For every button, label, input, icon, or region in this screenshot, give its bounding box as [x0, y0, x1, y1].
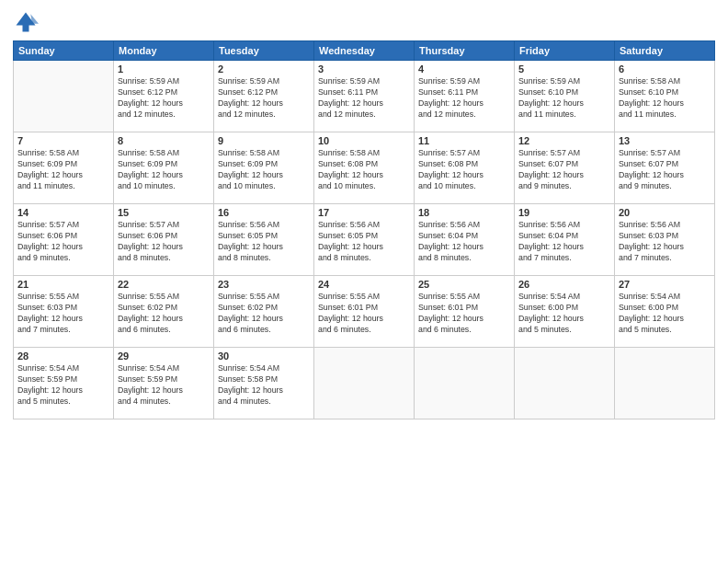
- day-info-line: Sunset: 6:05 PM: [318, 231, 378, 240]
- day-info-line: Daylight: 12 hours: [619, 242, 684, 251]
- day-info: Sunrise: 5:55 AMSunset: 6:02 PMDaylight:…: [118, 292, 210, 336]
- day-number: 10: [318, 135, 410, 146]
- day-info-line: and 11 minutes.: [619, 109, 677, 119]
- day-info-line: Daylight: 12 hours: [118, 98, 183, 108]
- day-info-line: Daylight: 12 hours: [418, 242, 483, 251]
- day-info-line: Sunrise: 5:58 AM: [318, 148, 380, 157]
- week-row-3: 14Sunrise: 5:57 AMSunset: 6:06 PMDayligh…: [14, 204, 715, 276]
- day-info-line: Sunrise: 5:54 AM: [118, 363, 179, 373]
- day-info-line: Sunrise: 5:54 AM: [619, 292, 680, 301]
- day-info-line: and 6 minutes.: [118, 325, 171, 334]
- calendar-cell: 16Sunrise: 5:56 AMSunset: 6:05 PMDayligh…: [214, 204, 314, 276]
- day-info-line: Daylight: 12 hours: [17, 385, 83, 395]
- header: [13, 9, 715, 35]
- calendar-cell: 27Sunrise: 5:54 AMSunset: 6:00 PMDayligh…: [615, 276, 715, 348]
- day-number: 14: [17, 207, 109, 218]
- day-info: Sunrise: 5:58 AMSunset: 6:09 PMDaylight:…: [17, 148, 109, 192]
- day-info-line: Daylight: 12 hours: [318, 170, 383, 179]
- day-info-line: and 4 minutes.: [118, 396, 171, 406]
- day-number: 22: [118, 279, 210, 290]
- day-info-line: and 11 minutes.: [17, 181, 75, 190]
- day-info-line: Sunrise: 5:54 AM: [218, 363, 279, 373]
- day-info-line: Sunrise: 5:58 AM: [218, 148, 279, 157]
- day-info-line: Sunset: 6:10 PM: [518, 87, 578, 97]
- day-info-line: Sunrise: 5:57 AM: [418, 148, 480, 157]
- day-info-line: Sunrise: 5:56 AM: [218, 220, 279, 229]
- calendar-cell: 20Sunrise: 5:56 AMSunset: 6:03 PMDayligh…: [615, 204, 715, 276]
- day-info: Sunrise: 5:54 AMSunset: 6:00 PMDaylight:…: [518, 292, 610, 336]
- calendar-cell: 4Sunrise: 5:59 AMSunset: 6:11 PMDaylight…: [415, 61, 515, 132]
- day-info-line: Sunrise: 5:56 AM: [418, 220, 480, 229]
- day-info-line: Sunset: 6:02 PM: [218, 303, 278, 312]
- calendar-cell: 30Sunrise: 5:54 AMSunset: 5:58 PMDayligh…: [214, 348, 314, 419]
- day-info-line: Sunrise: 5:59 AM: [318, 76, 380, 86]
- day-number: 2: [218, 63, 310, 75]
- calendar-cell: [14, 61, 114, 132]
- day-info: Sunrise: 5:55 AMSunset: 6:01 PMDaylight:…: [418, 292, 510, 336]
- day-info: Sunrise: 5:56 AMSunset: 6:04 PMDaylight:…: [518, 220, 610, 264]
- calendar-cell: 9Sunrise: 5:58 AMSunset: 6:09 PMDaylight…: [214, 132, 314, 204]
- calendar-cell: 8Sunrise: 5:58 AMSunset: 6:09 PMDaylight…: [114, 132, 214, 204]
- day-number: 28: [17, 350, 109, 362]
- day-number: 4: [418, 63, 510, 75]
- calendar-table: Sunday Monday Tuesday Wednesday Thursday…: [13, 40, 715, 419]
- calendar-cell: 12Sunrise: 5:57 AMSunset: 6:07 PMDayligh…: [515, 132, 615, 204]
- day-number: 24: [318, 279, 410, 290]
- day-info: Sunrise: 5:59 AMSunset: 6:11 PMDaylight:…: [418, 76, 510, 121]
- day-info-line: Daylight: 12 hours: [218, 170, 283, 179]
- day-info: Sunrise: 5:58 AMSunset: 6:09 PMDaylight:…: [218, 148, 310, 192]
- day-number: 16: [218, 207, 310, 218]
- day-info-line: Daylight: 12 hours: [17, 314, 83, 323]
- day-info-line: and 7 minutes.: [17, 325, 71, 334]
- day-info-line: Daylight: 12 hours: [118, 385, 183, 395]
- day-info-line: Sunrise: 5:57 AM: [619, 148, 680, 157]
- day-number: 26: [518, 279, 610, 290]
- calendar-cell: 6Sunrise: 5:58 AMSunset: 6:10 PMDaylight…: [615, 61, 715, 132]
- day-info-line: and 5 minutes.: [17, 396, 71, 406]
- day-info-line: Sunset: 6:04 PM: [518, 231, 578, 240]
- day-info-line: Daylight: 12 hours: [118, 170, 183, 179]
- day-info-line: Daylight: 12 hours: [218, 242, 283, 251]
- day-info-line: Sunset: 6:11 PM: [318, 87, 378, 97]
- col-sunday: Sunday: [14, 41, 114, 61]
- day-info-line: Sunset: 6:00 PM: [518, 303, 578, 312]
- day-number: 20: [619, 207, 711, 218]
- day-info-line: Daylight: 12 hours: [418, 170, 483, 179]
- day-info-line: Sunrise: 5:55 AM: [318, 292, 380, 301]
- day-info-line: and 7 minutes.: [619, 253, 672, 262]
- col-tuesday: Tuesday: [214, 41, 314, 61]
- day-info-line: Daylight: 12 hours: [17, 170, 83, 179]
- calendar-cell: 21Sunrise: 5:55 AMSunset: 6:03 PMDayligh…: [14, 276, 114, 348]
- day-info-line: and 9 minutes.: [619, 181, 672, 190]
- week-row-5: 28Sunrise: 5:54 AMSunset: 5:59 PMDayligh…: [14, 348, 715, 419]
- calendar-cell: 25Sunrise: 5:55 AMSunset: 6:01 PMDayligh…: [415, 276, 515, 348]
- day-info-line: Sunset: 6:01 PM: [418, 303, 478, 312]
- calendar-cell: 29Sunrise: 5:54 AMSunset: 5:59 PMDayligh…: [114, 348, 214, 419]
- day-info-line: Daylight: 12 hours: [218, 314, 283, 323]
- calendar-cell: 3Sunrise: 5:59 AMSunset: 6:11 PMDaylight…: [314, 61, 415, 132]
- calendar-cell: 1Sunrise: 5:59 AMSunset: 6:12 PMDaylight…: [114, 61, 214, 132]
- day-info-line: Sunrise: 5:57 AM: [17, 220, 79, 229]
- day-info-line: Sunset: 6:07 PM: [518, 159, 578, 168]
- day-number: 8: [118, 135, 210, 146]
- day-number: 15: [118, 207, 210, 218]
- day-number: 30: [218, 350, 310, 362]
- calendar-cell: 17Sunrise: 5:56 AMSunset: 6:05 PMDayligh…: [314, 204, 415, 276]
- day-info-line: Sunset: 6:09 PM: [118, 159, 177, 168]
- col-saturday: Saturday: [615, 41, 715, 61]
- day-info-line: and 10 minutes.: [318, 181, 376, 190]
- logo-icon: [13, 9, 39, 35]
- day-info-line: Sunset: 6:00 PM: [619, 303, 678, 312]
- calendar-cell: 26Sunrise: 5:54 AMSunset: 6:00 PMDayligh…: [515, 276, 615, 348]
- day-info-line: Sunrise: 5:59 AM: [418, 76, 480, 86]
- day-info: Sunrise: 5:57 AMSunset: 6:06 PMDaylight:…: [17, 220, 109, 264]
- calendar-cell: [314, 348, 415, 419]
- day-info-line: and 5 minutes.: [518, 325, 572, 334]
- calendar-cell: [615, 348, 715, 419]
- week-row-1: 1Sunrise: 5:59 AMSunset: 6:12 PMDaylight…: [14, 61, 715, 132]
- calendar-cell: 15Sunrise: 5:57 AMSunset: 6:06 PMDayligh…: [114, 204, 214, 276]
- day-info-line: Daylight: 12 hours: [318, 242, 383, 251]
- day-info: Sunrise: 5:56 AMSunset: 6:04 PMDaylight:…: [418, 220, 510, 264]
- day-info-line: and 8 minutes.: [118, 253, 171, 262]
- calendar-cell: 19Sunrise: 5:56 AMSunset: 6:04 PMDayligh…: [515, 204, 615, 276]
